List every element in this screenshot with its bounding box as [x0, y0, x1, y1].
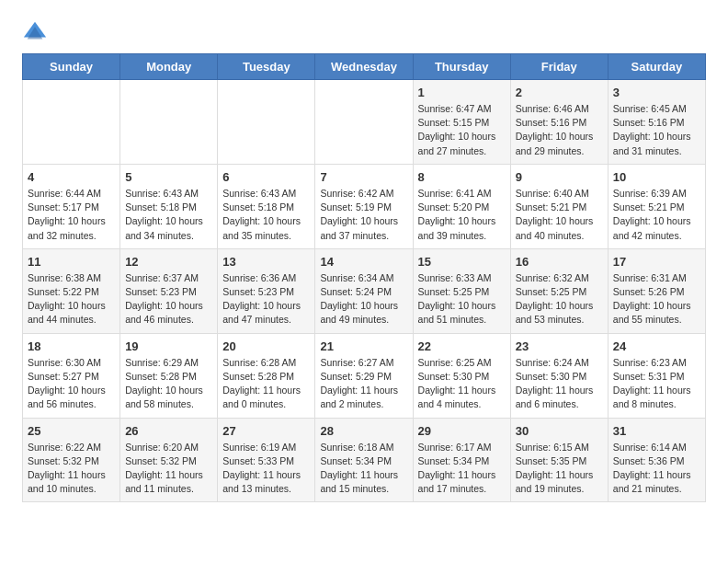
day-number: 6	[222, 170, 310, 184]
day-number: 22	[418, 339, 506, 353]
calendar-cell: 14Sunrise: 6:34 AM Sunset: 5:24 PM Dayli…	[315, 248, 413, 333]
calendar-cell: 4Sunrise: 6:44 AM Sunset: 5:17 PM Daylig…	[23, 164, 120, 248]
calendar-cell: 9Sunrise: 6:40 AM Sunset: 5:21 PM Daylig…	[510, 164, 608, 248]
day-number: 23	[516, 339, 603, 353]
weekday-header-thursday: Thursday	[413, 54, 510, 80]
day-number: 3	[613, 86, 700, 99]
calendar-cell: 24Sunrise: 6:23 AM Sunset: 5:31 PM Dayli…	[608, 333, 705, 418]
weekday-header-tuesday: Tuesday	[218, 54, 315, 80]
calendar-cell: 12Sunrise: 6:37 AM Sunset: 5:23 PM Dayli…	[120, 248, 218, 333]
day-info: Sunrise: 6:36 AM Sunset: 5:23 PM Dayligh…	[222, 271, 310, 327]
day-number: 4	[28, 170, 115, 184]
page-header	[22, 18, 706, 44]
day-info: Sunrise: 6:22 AM Sunset: 5:32 PM Dayligh…	[28, 441, 115, 497]
day-number: 5	[125, 170, 212, 184]
weekday-header-friday: Friday	[510, 54, 608, 80]
week-row-3: 11Sunrise: 6:38 AM Sunset: 5:22 PM Dayli…	[23, 248, 706, 333]
calendar-cell: 17Sunrise: 6:31 AM Sunset: 5:26 PM Dayli…	[608, 248, 705, 333]
day-number: 15	[418, 255, 506, 269]
weekday-header-monday: Monday	[120, 54, 218, 80]
day-info: Sunrise: 6:43 AM Sunset: 5:18 PM Dayligh…	[222, 187, 310, 243]
calendar-cell: 29Sunrise: 6:17 AM Sunset: 5:34 PM Dayli…	[413, 418, 510, 502]
calendar-cell: 25Sunrise: 6:22 AM Sunset: 5:32 PM Dayli…	[23, 418, 120, 502]
day-info: Sunrise: 6:34 AM Sunset: 5:24 PM Dayligh…	[320, 271, 407, 327]
day-number: 11	[28, 255, 115, 269]
day-info: Sunrise: 6:32 AM Sunset: 5:25 PM Dayligh…	[516, 271, 603, 327]
calendar-cell: 31Sunrise: 6:14 AM Sunset: 5:36 PM Dayli…	[608, 418, 705, 502]
day-info: Sunrise: 6:29 AM Sunset: 5:28 PM Dayligh…	[125, 356, 212, 412]
day-number: 16	[516, 255, 603, 269]
calendar-cell: 15Sunrise: 6:33 AM Sunset: 5:25 PM Dayli…	[413, 248, 510, 333]
calendar-cell	[218, 80, 315, 165]
day-info: Sunrise: 6:27 AM Sunset: 5:29 PM Dayligh…	[320, 356, 407, 412]
calendar-cell: 6Sunrise: 6:43 AM Sunset: 5:18 PM Daylig…	[218, 164, 315, 248]
day-info: Sunrise: 6:23 AM Sunset: 5:31 PM Dayligh…	[613, 356, 700, 412]
day-info: Sunrise: 6:42 AM Sunset: 5:19 PM Dayligh…	[320, 187, 407, 243]
calendar-cell: 28Sunrise: 6:18 AM Sunset: 5:34 PM Dayli…	[315, 418, 413, 502]
day-info: Sunrise: 6:28 AM Sunset: 5:28 PM Dayligh…	[222, 356, 310, 412]
day-info: Sunrise: 6:25 AM Sunset: 5:30 PM Dayligh…	[418, 356, 506, 412]
day-info: Sunrise: 6:39 AM Sunset: 5:21 PM Dayligh…	[613, 187, 700, 243]
calendar-cell: 22Sunrise: 6:25 AM Sunset: 5:30 PM Dayli…	[413, 333, 510, 418]
calendar-table: SundayMondayTuesdayWednesdayThursdayFrid…	[22, 53, 706, 502]
day-info: Sunrise: 6:14 AM Sunset: 5:36 PM Dayligh…	[613, 441, 700, 497]
calendar-cell: 20Sunrise: 6:28 AM Sunset: 5:28 PM Dayli…	[218, 333, 315, 418]
calendar-cell	[23, 80, 120, 165]
day-number: 30	[516, 424, 603, 438]
day-number: 31	[613, 424, 700, 438]
calendar-cell: 8Sunrise: 6:41 AM Sunset: 5:20 PM Daylig…	[413, 164, 510, 248]
weekday-header-saturday: Saturday	[608, 54, 705, 80]
day-number: 13	[222, 255, 310, 269]
day-info: Sunrise: 6:31 AM Sunset: 5:26 PM Dayligh…	[613, 271, 700, 327]
logo	[22, 18, 51, 44]
calendar-cell: 10Sunrise: 6:39 AM Sunset: 5:21 PM Dayli…	[608, 164, 705, 248]
calendar-cell: 16Sunrise: 6:32 AM Sunset: 5:25 PM Dayli…	[510, 248, 608, 333]
day-number: 29	[418, 424, 506, 438]
day-number: 28	[320, 424, 407, 438]
weekday-header-wednesday: Wednesday	[315, 54, 413, 80]
calendar-cell: 2Sunrise: 6:46 AM Sunset: 5:16 PM Daylig…	[510, 80, 608, 165]
calendar-cell: 5Sunrise: 6:43 AM Sunset: 5:18 PM Daylig…	[120, 164, 218, 248]
calendar-cell: 23Sunrise: 6:24 AM Sunset: 5:30 PM Dayli…	[510, 333, 608, 418]
day-number: 21	[320, 339, 407, 353]
calendar-cell: 26Sunrise: 6:20 AM Sunset: 5:32 PM Dayli…	[120, 418, 218, 502]
day-info: Sunrise: 6:47 AM Sunset: 5:15 PM Dayligh…	[418, 102, 506, 158]
calendar-cell: 7Sunrise: 6:42 AM Sunset: 5:19 PM Daylig…	[315, 164, 413, 248]
day-number: 2	[516, 86, 603, 99]
logo-icon	[22, 18, 48, 44]
day-number: 27	[222, 424, 310, 438]
calendar-cell: 19Sunrise: 6:29 AM Sunset: 5:28 PM Dayli…	[120, 333, 218, 418]
day-info: Sunrise: 6:40 AM Sunset: 5:21 PM Dayligh…	[516, 187, 603, 243]
day-number: 20	[222, 339, 310, 353]
day-info: Sunrise: 6:43 AM Sunset: 5:18 PM Dayligh…	[125, 187, 212, 243]
calendar-cell: 18Sunrise: 6:30 AM Sunset: 5:27 PM Dayli…	[23, 333, 120, 418]
calendar-body: 1Sunrise: 6:47 AM Sunset: 5:15 PM Daylig…	[23, 80, 706, 502]
day-number: 24	[613, 339, 700, 353]
day-info: Sunrise: 6:44 AM Sunset: 5:17 PM Dayligh…	[28, 187, 115, 243]
day-number: 17	[613, 255, 700, 269]
day-info: Sunrise: 6:41 AM Sunset: 5:20 PM Dayligh…	[418, 187, 506, 243]
day-number: 14	[320, 255, 407, 269]
calendar-cell: 30Sunrise: 6:15 AM Sunset: 5:35 PM Dayli…	[510, 418, 608, 502]
day-number: 26	[125, 424, 212, 438]
day-info: Sunrise: 6:18 AM Sunset: 5:34 PM Dayligh…	[320, 441, 407, 497]
calendar-cell: 21Sunrise: 6:27 AM Sunset: 5:29 PM Dayli…	[315, 333, 413, 418]
calendar-cell: 27Sunrise: 6:19 AM Sunset: 5:33 PM Dayli…	[218, 418, 315, 502]
calendar-cell	[315, 80, 413, 165]
day-number: 7	[320, 170, 407, 184]
day-info: Sunrise: 6:20 AM Sunset: 5:32 PM Dayligh…	[125, 441, 212, 497]
day-info: Sunrise: 6:46 AM Sunset: 5:16 PM Dayligh…	[516, 102, 603, 158]
week-row-4: 18Sunrise: 6:30 AM Sunset: 5:27 PM Dayli…	[23, 333, 706, 418]
calendar-cell: 11Sunrise: 6:38 AM Sunset: 5:22 PM Dayli…	[23, 248, 120, 333]
day-info: Sunrise: 6:24 AM Sunset: 5:30 PM Dayligh…	[516, 356, 603, 412]
calendar-header: SundayMondayTuesdayWednesdayThursdayFrid…	[23, 54, 706, 80]
calendar-cell	[120, 80, 218, 165]
week-row-5: 25Sunrise: 6:22 AM Sunset: 5:32 PM Dayli…	[23, 418, 706, 502]
calendar-cell: 1Sunrise: 6:47 AM Sunset: 5:15 PM Daylig…	[413, 80, 510, 165]
week-row-2: 4Sunrise: 6:44 AM Sunset: 5:17 PM Daylig…	[23, 164, 706, 248]
day-number: 19	[125, 339, 212, 353]
calendar-cell: 3Sunrise: 6:45 AM Sunset: 5:16 PM Daylig…	[608, 80, 705, 165]
day-info: Sunrise: 6:33 AM Sunset: 5:25 PM Dayligh…	[418, 271, 506, 327]
day-number: 9	[516, 170, 603, 184]
week-row-1: 1Sunrise: 6:47 AM Sunset: 5:15 PM Daylig…	[23, 80, 706, 165]
